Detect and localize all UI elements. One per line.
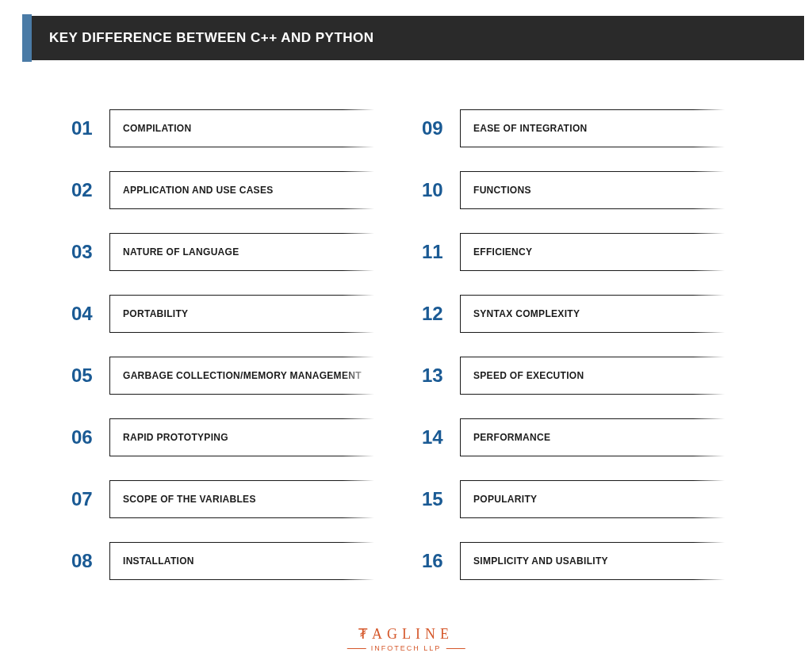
list-item: 08 INSTALLATION [71,542,374,580]
left-column: 01 COMPILATION 02 APPLICATION AND USE CA… [71,109,374,580]
list-item: 10 FUNCTIONS [422,171,725,209]
item-box: NATURE OF LANGUAGE [109,233,374,271]
right-column: 09 EASE OF INTEGRATION 10 FUNCTIONS 11 E… [422,109,725,580]
item-number: 14 [422,426,460,449]
list-item: 11 EFFICIENCY [422,233,725,271]
list-item: 12 SYNTAX COMPLEXITY [422,295,725,333]
item-box: SYNTAX COMPLEXITY [460,295,725,333]
logo: ₮AGLINE INFOTECH LLP [347,625,465,652]
list-item: 01 COMPILATION [71,109,374,147]
item-box: EASE OF INTEGRATION [460,109,725,147]
item-number: 11 [422,241,460,263]
page-title: KEY DIFFERENCE BETWEEN C++ AND PYTHON [32,16,804,60]
list-item: 15 POPULARITY [422,480,725,518]
item-box: POPULARITY [460,480,725,518]
header: KEY DIFFERENCE BETWEEN C++ AND PYTHON [22,14,804,62]
item-number: 15 [422,488,460,510]
item-box: SPEED OF EXECUTION [460,357,725,395]
list-item: 13 SPEED OF EXECUTION [422,357,725,395]
item-number: 08 [71,550,109,572]
list-item: 09 EASE OF INTEGRATION [422,109,725,147]
list-item: 07 SCOPE OF THE VARIABLES [71,480,374,518]
item-number: 12 [422,303,460,325]
item-number: 13 [422,365,460,387]
item-number: 03 [71,241,109,263]
item-box: APPLICATION AND USE CASES [109,171,374,209]
list-item: 06 RAPID PROTOTYPING [71,418,374,456]
list-item: 14 PERFORMANCE [422,418,725,456]
item-box: GARBAGE COLLECTION/MEMORY MANAGEMENT [109,357,374,395]
item-number: 07 [71,488,109,510]
list-item: 03 NATURE OF LANGUAGE [71,233,374,271]
accent-bar [22,14,32,62]
item-number: 04 [71,303,109,325]
item-number: 01 [71,117,109,139]
logo-brand: ₮AGLINE [347,625,465,643]
item-box: SIMPLICITY AND USABILITY [460,542,725,580]
item-number: 06 [71,426,109,449]
item-number: 16 [422,550,460,572]
columns: 01 COMPILATION 02 APPLICATION AND USE CA… [0,62,812,580]
item-box: FUNCTIONS [460,171,725,209]
logo-subtext: INFOTECH LLP [347,644,465,652]
item-box: COMPILATION [109,109,374,147]
item-number: 10 [422,179,460,201]
item-box: PERFORMANCE [460,418,725,456]
item-box: RAPID PROTOTYPING [109,418,374,456]
list-item: 16 SIMPLICITY AND USABILITY [422,542,725,580]
item-number: 05 [71,365,109,387]
list-item: 05 GARBAGE COLLECTION/MEMORY MANAGEMENT [71,357,374,395]
item-box: EFFICIENCY [460,233,725,271]
item-number: 09 [422,117,460,139]
item-box: PORTABILITY [109,295,374,333]
item-box: SCOPE OF THE VARIABLES [109,480,374,518]
list-item: 04 PORTABILITY [71,295,374,333]
list-item: 02 APPLICATION AND USE CASES [71,171,374,209]
item-number: 02 [71,179,109,201]
item-box: INSTALLATION [109,542,374,580]
